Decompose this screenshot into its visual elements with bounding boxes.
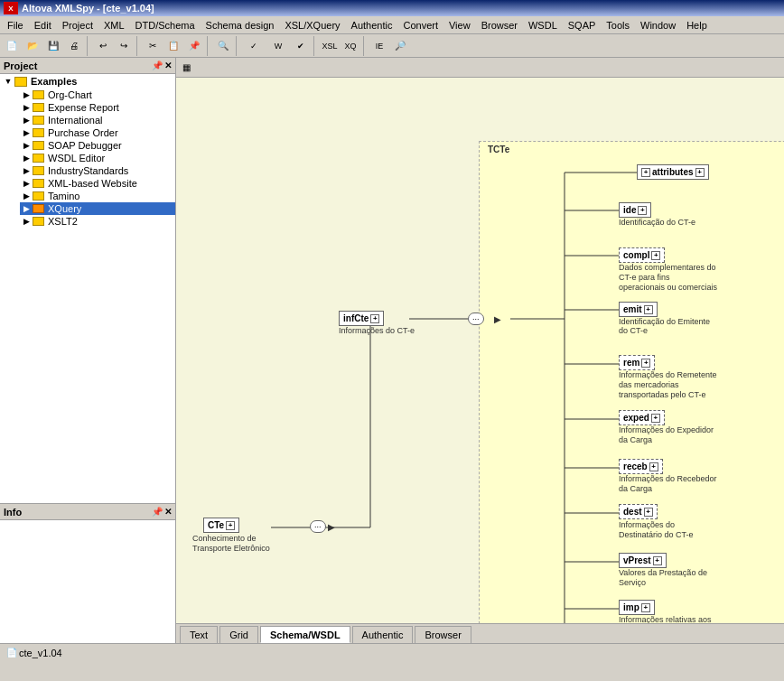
toolbar-sep-2 <box>136 36 140 56</box>
cte-label: CTe <box>208 520 224 530</box>
schema-node-compl[interactable]: compl + <box>619 247 665 263</box>
tree-item-tamino[interactable]: ▶ Tamino <box>20 190 175 202</box>
toolbar-browser[interactable]: IE <box>369 36 389 56</box>
schema-node-dest[interactable]: dest + <box>619 504 658 519</box>
toolbar-find[interactable]: 🔍 <box>213 36 233 56</box>
exped-label: exped <box>623 413 649 423</box>
connector-2: ··· <box>468 313 484 325</box>
tree-item-xml-website[interactable]: ▶ XML-based Website <box>20 177 175 190</box>
tree-item-expense[interactable]: ▶ Expense Report <box>20 101 175 114</box>
tab-browser[interactable]: Browser <box>415 626 471 643</box>
schema-node-exped[interactable]: exped + <box>619 410 665 425</box>
toolbar-wellformed[interactable]: W <box>266 36 290 56</box>
receb-expand[interactable]: + <box>649 462 658 471</box>
vprest-expand[interactable]: + <box>653 556 662 565</box>
schema-node-ide[interactable]: ide + <box>619 202 651 218</box>
title-bar: X Altova XMLSpy - [cte_v1.04] <box>0 0 784 16</box>
menu-window[interactable]: Window <box>635 17 681 33</box>
compl-label: compl <box>623 250 649 260</box>
toolbar-xslt[interactable]: XSL <box>320 36 340 56</box>
menu-convert[interactable]: Convert <box>397 17 443 33</box>
tree-item-wsdl[interactable]: ▶ WSDL Editor <box>20 152 175 164</box>
tree-item-industry[interactable]: ▶ IndustryStandards <box>20 164 175 177</box>
toolbar-new[interactable]: 📄 <box>2 36 22 56</box>
menu-xml[interactable]: XML <box>98 17 130 33</box>
schema-node-vprest[interactable]: vPrest + <box>619 553 667 568</box>
schema-node-receb[interactable]: receb + <box>619 459 663 474</box>
menu-help[interactable]: Help <box>681 17 713 33</box>
attributes-expand-right[interactable]: + <box>695 168 705 177</box>
toolbar-copy[interactable]: 📋 <box>163 36 183 56</box>
toolbar-open[interactable]: 📂 <box>23 36 42 56</box>
menu-browser[interactable]: Browser <box>476 17 523 33</box>
folder-icon <box>33 90 44 99</box>
toolbar-sep-4 <box>236 36 239 56</box>
rem-label: rem <box>623 358 639 368</box>
attributes-expand-left[interactable]: + <box>641 168 650 177</box>
expand-examples[interactable]: ▼ <box>4 77 13 86</box>
toolbar-redo[interactable]: ↪ <box>114 36 134 56</box>
menu-view[interactable]: View <box>443 17 476 33</box>
schema-sublabel-infcte: Informações do CT-e <box>339 326 415 335</box>
schema-node-cte[interactable]: CTe + <box>203 518 239 533</box>
ide-expand[interactable]: + <box>638 206 647 215</box>
toolbar-paste[interactable]: 📌 <box>184 36 204 56</box>
tree-item-xquery[interactable]: ▶ XQuery <box>20 202 175 215</box>
menu-dtd[interactable]: DTD/Schema <box>130 17 201 33</box>
exped-expand[interactable]: + <box>651 414 660 423</box>
compl-expand[interactable]: + <box>651 251 660 260</box>
tree-item-examples[interactable]: ▼ Examples <box>0 74 175 89</box>
cte-expand[interactable]: + <box>226 521 235 530</box>
schema-node-imp[interactable]: imp + <box>619 600 655 615</box>
toolbar-check[interactable]: ✔ <box>291 36 311 56</box>
menu-project[interactable]: Project <box>57 17 98 33</box>
info-pin-icon[interactable]: 📌 <box>152 507 163 517</box>
schema-node-attributes[interactable]: + attributes + <box>637 164 709 180</box>
schema-sublabel-imp: Informações relativas aos Impostos <box>619 615 718 623</box>
toolbar-validate[interactable]: ✓ <box>242 36 266 56</box>
menu-wsdl[interactable]: WSDL <box>523 17 563 33</box>
menu-file[interactable]: File <box>2 17 29 33</box>
tab-grid[interactable]: Grid <box>219 626 258 643</box>
info-close-icon[interactable]: ✕ <box>164 507 172 517</box>
imp-expand[interactable]: + <box>641 603 650 612</box>
schema-toolbar: ▦ <box>176 58 784 78</box>
project-pin-icon[interactable]: 📌 <box>152 61 163 70</box>
tab-schema-wsdl[interactable]: Schema/WSDL <box>260 626 350 643</box>
toolbar-cut[interactable]: ✂ <box>143 36 163 56</box>
toolbar-sep-3 <box>207 36 210 56</box>
toolbar-sep-1 <box>87 36 90 56</box>
schema-view[interactable]: TCTe <box>176 78 784 623</box>
toolbar-undo[interactable]: ↩ <box>93 36 113 56</box>
tree-item-purchase[interactable]: ▶ Purchase Order <box>20 126 175 139</box>
tree-item-org-chart[interactable]: ▶ Org-Chart <box>20 89 175 101</box>
schema-node-emit[interactable]: emit + <box>619 302 658 317</box>
tree-item-soap[interactable]: ▶ SOAP Debugger <box>20 139 175 152</box>
toolbar-print[interactable]: 🖨 <box>64 36 84 56</box>
menu-sqap[interactable]: SQAP <box>563 17 602 33</box>
folder-icon <box>33 128 44 137</box>
tree-item-international[interactable]: ▶ International <box>20 114 175 126</box>
toolbar-zoom-in[interactable]: 🔎 <box>390 36 410 56</box>
schema-view-btn[interactable]: ▦ <box>178 60 194 76</box>
toolbar-save[interactable]: 💾 <box>43 36 63 56</box>
tree-item-xslt2[interactable]: ▶ XSLT2 <box>20 215 175 228</box>
folder-icon <box>33 154 44 163</box>
schema-node-rem[interactable]: rem + <box>619 355 655 370</box>
tab-text[interactable]: Text <box>180 626 218 643</box>
menu-schema-design[interactable]: Schema design <box>201 17 280 33</box>
menu-xsl[interactable]: XSL/XQuery <box>279 17 345 33</box>
menu-edit[interactable]: Edit <box>29 17 57 33</box>
dest-expand[interactable]: + <box>644 508 653 517</box>
schema-sublabel-exped: Informações do Expedidor da Carga <box>619 425 718 445</box>
menu-authentic[interactable]: Authentic <box>346 17 398 33</box>
rem-expand[interactable]: + <box>641 359 650 368</box>
tab-authentic[interactable]: Authentic <box>352 626 414 643</box>
menu-tools[interactable]: Tools <box>601 17 635 33</box>
emit-expand[interactable]: + <box>644 305 653 314</box>
toolbar-xquery[interactable]: XQ <box>341 36 360 56</box>
infcte-expand[interactable]: + <box>370 314 379 323</box>
project-close-icon[interactable]: ✕ <box>164 61 172 70</box>
schema-node-infcte[interactable]: infCte + <box>339 311 384 326</box>
schema-canvas: TCTe <box>176 78 784 623</box>
